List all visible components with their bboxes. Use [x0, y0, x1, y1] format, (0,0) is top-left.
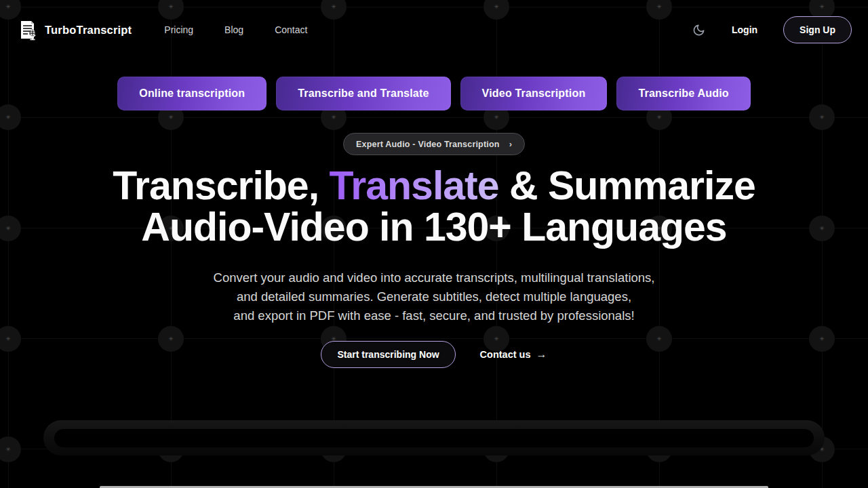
nav-link-pricing[interactable]: Pricing [164, 24, 193, 35]
cta-row: Start transcribing Now Contact us → [0, 341, 868, 368]
chevron-right-icon: › [509, 139, 512, 149]
nav-link-blog[interactable]: Blog [224, 24, 243, 35]
title-line1: Transcribe, Translate & Summarize [113, 163, 755, 208]
hero-description-line: Convert your audio and video into accura… [0, 268, 868, 287]
brand[interactable]: TurboTranscript [16, 18, 132, 41]
hero-description-line: and export in PDF with ease - fast, secu… [0, 306, 868, 325]
category-button-video-transcription[interactable]: Video Transcription [460, 77, 608, 110]
title-line2: Audio-Video in 130+ Languages [141, 205, 726, 249]
contact-us-label: Contact us [480, 349, 531, 360]
hero-badge-label: Expert Audio - Video Transcription [356, 140, 500, 149]
nav-links: Pricing Blog Contact [164, 24, 307, 35]
logo-icon [16, 18, 39, 41]
category-buttons-row: Online transcription Transcribe and Tran… [0, 77, 868, 110]
page-title: Transcribe, Translate & Summarize Audio-… [0, 165, 868, 248]
category-button-online-transcription[interactable]: Online transcription [117, 77, 267, 110]
signup-button[interactable]: Sign Up [783, 16, 852, 43]
hero-badge[interactable]: Expert Audio - Video Transcription › [343, 133, 525, 155]
arrow-right-icon: → [536, 348, 547, 361]
hero-description: Convert your audio and video into accura… [0, 268, 868, 325]
title-highlight: Translate [329, 163, 498, 208]
nav-right: Login Sign Up [691, 16, 852, 43]
brand-title: TurboTranscript [45, 24, 132, 37]
moon-icon[interactable] [691, 22, 706, 37]
nav-link-contact[interactable]: Contact [275, 24, 307, 35]
navbar: TurboTranscript Pricing Blog Contact Log… [0, 0, 868, 60]
login-link[interactable]: Login [732, 24, 757, 35]
hero-description-line: and detailed summaries. Generate subtitl… [0, 287, 868, 306]
category-button-transcribe-audio[interactable]: Transcribe Audio [616, 77, 750, 110]
category-button-transcribe-translate[interactable]: Transcribe and Translate [276, 77, 450, 110]
laptop-mockup-screen-slot [54, 429, 814, 447]
contact-us-link[interactable]: Contact us → [480, 348, 547, 361]
laptop-mockup-frame [43, 420, 825, 455]
start-transcribing-button[interactable]: Start transcribing Now [321, 341, 455, 368]
